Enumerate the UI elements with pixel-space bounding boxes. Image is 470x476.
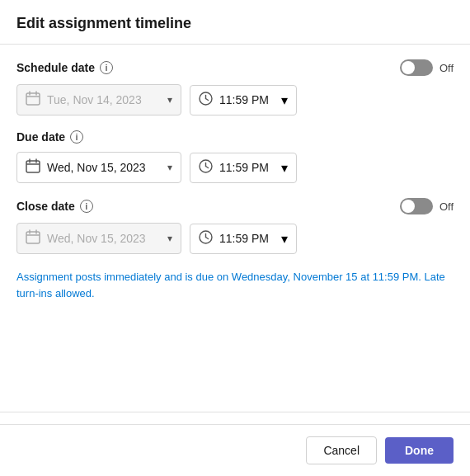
due-clock-icon [199, 159, 213, 177]
close-date-section: Close date i Off [16, 198, 454, 254]
done-button[interactable]: Done [385, 437, 454, 464]
schedule-date-toggle-label: Off [439, 62, 454, 74]
footer-divider [0, 412, 470, 412]
edit-timeline-dialog: Edit assignment timeline Schedule date i… [0, 0, 470, 476]
schedule-date-info-icon[interactable]: i [100, 61, 113, 74]
due-date-info-icon[interactable]: i [70, 130, 83, 144]
schedule-date-label: Schedule date i [16, 61, 113, 74]
schedule-date-toggle-row: Off [400, 59, 454, 76]
due-date-inputs: Wed, Nov 15, 2023 ▾ 11:59 PM ▾ [16, 152, 454, 183]
due-time-picker[interactable]: 11:59 PM ▾ [190, 153, 297, 183]
due-date-chevron-icon: ▾ [167, 162, 172, 173]
due-time-chevron-icon: ▾ [281, 160, 288, 176]
dialog-title: Edit assignment timeline [0, 0, 470, 45]
close-time-picker[interactable]: 11:59 PM ▾ [190, 224, 297, 254]
schedule-date-picker[interactable]: Tue, Nov 14, 2023 ▾ [16, 84, 181, 115]
schedule-date-inputs: Tue, Nov 14, 2023 ▾ 11:59 PM ▾ [16, 84, 454, 115]
schedule-date-label-row: Schedule date i Off [16, 59, 454, 76]
close-date-inputs: Wed, Nov 15, 2023 ▾ 11:59 PM ▾ [16, 223, 454, 254]
close-date-label-row: Close date i Off [16, 198, 454, 214]
due-date-label: Due date i [16, 130, 83, 144]
close-date-toggle-label: Off [439, 200, 454, 213]
close-date-value: Wed, Nov 15, 2023 [47, 232, 161, 245]
summary-text: Assignment posts immediately and is due … [16, 269, 454, 301]
svg-line-6 [206, 98, 209, 100]
due-date-label-row: Due date i [16, 130, 454, 144]
due-date-picker[interactable]: Wed, Nov 15, 2023 ▾ [16, 152, 181, 183]
schedule-date-chevron-icon: ▾ [167, 94, 172, 106]
schedule-date-toggle[interactable] [400, 59, 433, 76]
close-calendar-icon [26, 229, 40, 247]
close-clock-icon [199, 230, 213, 247]
schedule-time-value: 11:59 PM [219, 93, 275, 106]
close-date-label: Close date i [16, 200, 93, 213]
close-date-toggle-row: Off [400, 198, 454, 214]
svg-rect-7 [26, 161, 40, 172]
close-date-info-icon[interactable]: i [80, 200, 93, 213]
svg-rect-14 [26, 232, 40, 243]
schedule-date-value: Tue, Nov 14, 2023 [47, 93, 161, 106]
svg-rect-0 [26, 93, 40, 105]
dialog-body: Schedule date i Off [0, 45, 470, 408]
cancel-button[interactable]: Cancel [306, 436, 377, 464]
due-calendar-icon [26, 158, 40, 177]
close-date-toggle[interactable] [400, 198, 433, 214]
due-date-section: Due date i Wed, Nov 15, 2023 ▾ [16, 130, 454, 183]
close-date-toggle-knob [402, 200, 415, 213]
due-time-value: 11:59 PM [219, 161, 275, 174]
svg-line-13 [206, 166, 209, 167]
close-date-picker[interactable]: Wed, Nov 15, 2023 ▾ [16, 223, 181, 254]
close-time-value: 11:59 PM [219, 232, 275, 245]
due-date-value: Wed, Nov 15, 2023 [47, 161, 161, 174]
schedule-calendar-icon [26, 91, 40, 109]
dialog-footer: Cancel Done [0, 424, 470, 476]
schedule-clock-icon [199, 92, 213, 109]
schedule-time-chevron-icon: ▾ [281, 92, 288, 108]
close-time-chevron-icon: ▾ [281, 231, 288, 247]
schedule-date-section: Schedule date i Off [16, 59, 454, 115]
schedule-date-toggle-knob [402, 61, 415, 74]
svg-line-20 [206, 237, 209, 238]
close-date-chevron-icon: ▾ [167, 233, 172, 244]
schedule-time-picker[interactable]: 11:59 PM ▾ [190, 85, 297, 115]
